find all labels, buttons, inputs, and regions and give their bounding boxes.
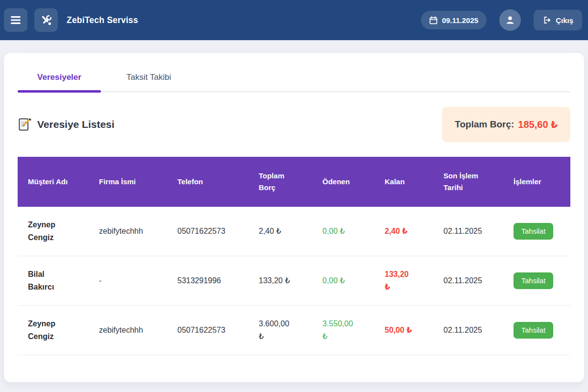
- cell-actions: Tahsilat: [503, 306, 570, 355]
- header-remaining: Kalan: [374, 157, 433, 207]
- active-tab-indicator: [18, 90, 101, 93]
- cell-total-debt: 3.600,00 ₺: [248, 306, 312, 355]
- person-icon: [504, 14, 516, 26]
- tab-veresiyeler[interactable]: Veresiyeler: [18, 73, 101, 91]
- page-title: Veresiye Listesi: [37, 119, 115, 130]
- collect-payment-button[interactable]: Tahsilat: [514, 322, 553, 339]
- total-debt-label: Toplam Borç:: [455, 119, 514, 130]
- cell-last-transaction-date: 02.11.2025: [433, 207, 503, 256]
- cell-paid: 0,00 ₺: [312, 207, 374, 256]
- hamburger-icon: [10, 15, 22, 25]
- list-header: Veresiye Listesi Toplam Borç: 185,60 ₺: [18, 107, 570, 142]
- cell-paid: 3.550,00 ₺: [312, 306, 374, 355]
- cell-phone: 5313291996: [167, 256, 248, 306]
- cell-customer-name: Zeynep Cengiz: [18, 306, 89, 355]
- header-last-transaction-date: Son İşlem Tarihi: [433, 157, 503, 207]
- header-paid: Ödenen: [312, 157, 374, 207]
- cell-company-name: -: [89, 256, 167, 306]
- app-title: ZebiTech Serviss: [67, 15, 138, 25]
- cell-actions: Tahsilat: [503, 256, 570, 306]
- total-debt-badge: Toplam Borç: 185,60 ₺: [442, 107, 570, 142]
- cell-customer-name: Zeynep Cengiz: [18, 207, 89, 256]
- cell-remaining: 2,40 ₺: [374, 207, 433, 256]
- cell-phone: 05071622573: [167, 306, 248, 355]
- cell-last-transaction-date: 02.11.2025: [433, 256, 503, 306]
- menu-button[interactable]: [4, 8, 27, 32]
- tab-taksit-takibi-label: Taksit Takibi: [126, 73, 171, 82]
- list-title-wrap: Veresiye Listesi: [18, 118, 115, 131]
- cell-total-debt: 2,40 ₺: [248, 207, 312, 256]
- cell-customer-name: Bilal Bakırcı: [18, 256, 89, 306]
- header-actions: İşlemler: [503, 157, 570, 207]
- user-avatar[interactable]: [499, 9, 521, 31]
- tab-bar: Veresiyeler Taksit Takibi: [18, 73, 570, 92]
- cell-remaining: 50,00 ₺: [374, 306, 433, 355]
- header-customer-name: Müşteri Adı: [18, 157, 89, 207]
- cell-paid: 0,00 ₺: [312, 256, 374, 306]
- cell-company-name: zebifytechhh: [89, 207, 167, 256]
- memo-pencil-icon: [18, 118, 31, 131]
- cell-actions: Tahsilat: [503, 207, 570, 256]
- brand-logo-button[interactable]: [34, 8, 58, 32]
- total-debt-value: 185,60 ₺: [518, 119, 558, 130]
- date-badge[interactable]: 09.11.2025: [421, 11, 487, 29]
- logout-button[interactable]: Çıkış: [534, 10, 582, 30]
- cell-total-debt: 133,20 ₺: [248, 256, 312, 306]
- collect-payment-button[interactable]: Tahsilat: [514, 272, 553, 289]
- table-row: Zeynep Cengiz zebifytechhh 05071622573 3…: [18, 306, 570, 355]
- table-row: Bilal Bakırcı - 5313291996 133,20 ₺ 0,00…: [18, 256, 570, 306]
- credit-table: Müşteri Adı Firma İsmi Telefon Toplam Bo…: [18, 157, 570, 355]
- collect-payment-button[interactable]: Tahsilat: [514, 223, 553, 240]
- cell-phone: 05071622573: [167, 207, 248, 256]
- content-card: Veresiyeler Taksit Takibi Veresiye Liste…: [4, 53, 584, 382]
- logout-label: Çıkış: [556, 16, 573, 24]
- table-header-row: Müşteri Adı Firma İsmi Telefon Toplam Bo…: [18, 157, 570, 207]
- calendar-icon: [429, 16, 438, 24]
- cell-company-name: zebifytechhh: [89, 306, 167, 355]
- tab-taksit-takibi[interactable]: Taksit Takibi: [125, 73, 171, 91]
- current-date: 09.11.2025: [442, 16, 478, 24]
- top-navbar: ZebiTech Serviss 09.11.2025 Çıkış: [0, 0, 588, 40]
- logout-arrow-icon: [542, 16, 551, 24]
- screwdriver-wrench-icon: [40, 14, 52, 26]
- header-phone: Telefon: [167, 157, 248, 207]
- cell-remaining: 133,20 ₺: [374, 256, 433, 306]
- table-row: Zeynep Cengiz zebifytechhh 05071622573 2…: [18, 207, 570, 256]
- tab-veresiyeler-label: Veresiyeler: [37, 73, 81, 82]
- header-company-name: Firma İsmi: [89, 157, 167, 207]
- cell-last-transaction-date: 02.11.2025: [433, 306, 503, 355]
- header-total-debt: Toplam Borç: [248, 157, 312, 207]
